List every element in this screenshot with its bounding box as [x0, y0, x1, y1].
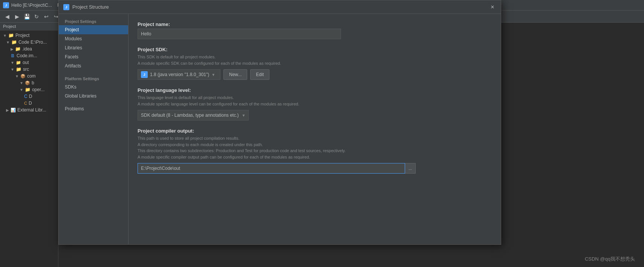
tree-label: D — [29, 94, 32, 99]
ide-title: Hello [E:\Project\C... — [11, 3, 52, 8]
toolbar-save-btn[interactable]: 💾 — [23, 12, 31, 21]
project-sdk-desc: This SDK is default for all project modu… — [138, 54, 492, 66]
dialog-title-text: Project Structure — [72, 4, 109, 10]
lang-dropdown-arrow-icon: ▼ — [242, 113, 245, 117]
nav-item-modules[interactable]: Modules — [59, 34, 128, 43]
tree-item-selected[interactable]: ▼ 📁 oper... — [0, 86, 58, 93]
tree-label: Code E:\Pro... — [18, 40, 47, 45]
tree-item-code[interactable]: ▼ 📁 Code E:\Pro... — [0, 39, 58, 46]
tree-label: com — [27, 73, 36, 79]
sdk-controls-row: J 1.8 (java version "1.8.0_301") ▼ New..… — [138, 69, 492, 80]
toolbar-forward-btn[interactable]: ▶ — [13, 12, 21, 21]
tree-label: out — [23, 60, 29, 65]
package-icon: 📦 — [25, 81, 30, 85]
sdk-new-button[interactable]: New... — [223, 69, 247, 80]
nav-item-problems[interactable]: Problems — [59, 104, 128, 113]
package-icon: 📦 — [20, 74, 26, 79]
project-structure-dialog: J Project Structure × Project Settings P… — [58, 0, 501, 245]
toolbar-back-btn[interactable]: ◀ — [3, 12, 11, 21]
tree-arrow-icon: ▼ — [20, 81, 23, 85]
language-level-dropdown[interactable]: SDK default (8 - Lambdas, type annotatio… — [138, 110, 249, 121]
file-icon: 🗎 — [11, 53, 15, 58]
language-level-row: SDK default (8 - Lambdas, type annotatio… — [138, 110, 492, 121]
project-language-level-desc: This language level is default for all p… — [138, 95, 492, 107]
tree-arrow-icon: ▶ — [11, 47, 14, 51]
project-name-group: Project name: — [138, 21, 492, 39]
tree-item-code-im[interactable]: 🗎 Code.im... — [0, 52, 58, 59]
sdk-dropdown-icon: J — [141, 71, 148, 78]
ide-side-panel: Project ▼ 📁 Project ▼ 📁 Code E:\Pro... ▶… — [0, 23, 58, 267]
tree-arrow-icon: ▶ — [6, 108, 9, 112]
toolbar-refresh-btn[interactable]: ↻ — [32, 12, 41, 21]
dialog-content: Project name: Project SDK: This SDK is d… — [128, 14, 501, 244]
sdk-dropdown-value: 1.8 (java version "1.8.0_301") — [150, 72, 209, 77]
tree-item-idea[interactable]: ▶ 📁 .idea — [0, 46, 58, 52]
nav-item-artifacts[interactable]: Artifacts — [59, 61, 128, 70]
tree-item-project[interactable]: ▼ 📁 Project — [0, 32, 58, 39]
nav-item-global-libraries[interactable]: Global Libraries — [59, 92, 128, 101]
compiler-output-browse-button[interactable]: ... — [405, 163, 416, 174]
folder-icon: 📁 — [15, 46, 21, 52]
sdk-dropdown[interactable]: J 1.8 (java version "1.8.0_301") ▼ — [138, 69, 220, 80]
tree-label: .idea — [22, 46, 32, 52]
tree-label: External Libr... — [17, 107, 46, 113]
tree-label: oper... — [32, 87, 44, 92]
tree-label: D — [29, 101, 32, 106]
folder-icon: 📁 — [8, 33, 14, 38]
dialog-title-icon: J — [63, 4, 69, 10]
folder-icon: 📁 — [16, 67, 21, 72]
dialog-nav: Project Settings Project Modules Librari… — [59, 14, 128, 244]
tree-item-src[interactable]: ▼ 📁 src — [0, 66, 58, 73]
tree-arrow-icon: ▼ — [11, 67, 14, 72]
side-panel-header: Project — [0, 23, 58, 31]
tree-label: src — [23, 67, 29, 72]
tree-label: Code.im... — [17, 53, 37, 58]
sdk-edit-button[interactable]: Edit — [250, 69, 269, 80]
dialog-titlebar: J Project Structure × — [59, 0, 501, 14]
folder-icon: 📁 — [25, 87, 31, 92]
project-compiler-output-label: Project compiler output: — [138, 128, 492, 134]
project-language-level-group: Project language level: This language le… — [138, 87, 492, 121]
file-tree: ▼ 📁 Project ▼ 📁 Code E:\Pro... ▶ 📁 .idea… — [0, 31, 58, 115]
project-compiler-output-group: Project compiler output: This path is us… — [138, 128, 492, 174]
tree-arrow-icon: ▼ — [20, 88, 23, 92]
toolbar-undo-btn[interactable]: ↩ — [42, 12, 50, 21]
project-name-input[interactable] — [138, 29, 341, 39]
watermark: CSDN @qq我不想秃头 — [585, 256, 635, 262]
compiler-output-path-row: ... — [138, 163, 492, 174]
compiler-output-path-input[interactable] — [138, 163, 405, 174]
nav-item-project[interactable]: Project — [59, 25, 128, 34]
tree-item-out[interactable]: ▼ 📁 out — [0, 59, 58, 66]
tree-item-d1[interactable]: C D — [0, 93, 58, 100]
dialog-title-container: J Project Structure — [63, 4, 109, 10]
tree-arrow-icon: ▼ — [3, 34, 7, 38]
folder-icon: 📁 — [11, 40, 17, 45]
ide-logo-icon: J — [3, 2, 9, 8]
tree-item-ext-libs[interactable]: ▶ 📊 External Libr... — [0, 107, 58, 113]
sdk-dropdown-arrow-icon: ▼ — [211, 73, 215, 77]
tree-label: b — [32, 80, 34, 85]
tree-label: Project — [15, 33, 29, 38]
tree-arrow-icon: ▼ — [15, 74, 19, 78]
class-icon: C — [24, 101, 27, 105]
tree-item-com[interactable]: ▼ 📦 com — [0, 73, 58, 79]
folder-icon: 📁 — [16, 60, 21, 65]
project-compiler-output-desc: This path is used to store all project c… — [138, 135, 492, 160]
side-panel-label: Project — [3, 24, 16, 29]
project-language-level-label: Project language level: — [138, 87, 492, 93]
ide-background: J Hello [E:\Project\C... File Edit View … — [0, 0, 644, 267]
nav-item-sdks[interactable]: SDKs — [59, 82, 128, 92]
tree-arrow-icon: ▼ — [6, 40, 10, 44]
platform-settings-label: Platform Settings — [59, 74, 128, 82]
class-icon: C — [24, 94, 28, 99]
dialog-close-button[interactable]: × — [489, 3, 496, 11]
nav-item-facets[interactable]: Facets — [59, 52, 128, 61]
language-level-value: SDK default (8 - Lambdas, type annotatio… — [141, 113, 239, 118]
tree-arrow-icon: ▼ — [11, 61, 14, 65]
tree-item-d2[interactable]: C D — [0, 100, 58, 107]
ext-lib-icon: 📊 — [11, 108, 16, 113]
project-name-label: Project name: — [138, 21, 492, 27]
project-sdk-label: Project SDK: — [138, 47, 492, 52]
nav-item-libraries[interactable]: Libraries — [59, 43, 128, 52]
tree-item-b[interactable]: ▼ 📦 b — [0, 79, 58, 86]
